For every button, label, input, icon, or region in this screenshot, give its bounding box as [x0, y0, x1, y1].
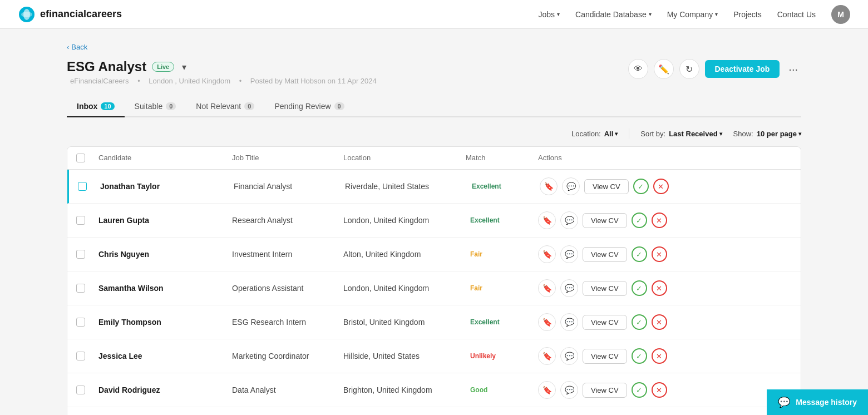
location-filter-select[interactable]: All ▾ — [604, 130, 618, 138]
reject-button[interactable]: ✕ — [652, 280, 667, 296]
message-icon-button[interactable]: 💬 — [560, 211, 578, 229]
sort-filter: Sort by: Last Received ▾ — [640, 130, 722, 138]
candidate-name[interactable]: Chris Nguyen — [98, 250, 232, 259]
view-cv-button[interactable]: View CV — [583, 315, 627, 330]
candidate-job-title: Investment Intern — [232, 250, 343, 259]
sort-filter-select[interactable]: Last Received ▾ — [669, 130, 722, 138]
candidate-actions: 🔖 💬 View CV ✓ ✕ — [538, 381, 792, 399]
bookmark-icon-button[interactable]: 🔖 — [540, 177, 558, 195]
reject-button[interactable]: ✕ — [652, 382, 667, 398]
brand-name: efinancialcareers — [40, 8, 122, 20]
reject-button[interactable]: ✕ — [652, 348, 667, 364]
nav-my-company[interactable]: My Company ▾ — [667, 10, 718, 19]
table-row: David Rodriguez Data Analyst Brighton, U… — [67, 373, 801, 407]
message-icon-button[interactable]: 💬 — [562, 177, 580, 195]
candidate-location: Alton, United Kingdom — [343, 250, 466, 259]
tab-suitable[interactable]: Suitable 0 — [125, 96, 186, 117]
table-row: Emily Thompson ESG Research Intern Brist… — [67, 305, 801, 339]
message-icon-button[interactable]: 💬 — [560, 313, 578, 331]
x-icon: ✕ — [656, 386, 662, 394]
bookmark-icon-button[interactable]: 🔖 — [538, 279, 556, 297]
reject-button[interactable]: ✕ — [652, 246, 667, 262]
approve-button[interactable]: ✓ — [632, 246, 647, 262]
row-4-checkbox[interactable] — [76, 318, 85, 327]
tab-inbox[interactable]: Inbox 10 — [67, 96, 125, 117]
candidate-name[interactable]: Jessica Lee — [98, 352, 232, 360]
bookmark-icon: 🔖 — [544, 182, 554, 191]
view-cv-button[interactable]: View CV — [583, 349, 627, 364]
candidate-location: London, United Kingdom — [343, 284, 466, 293]
candidate-job-title: Research Analyst — [232, 216, 343, 225]
tab-pending-review-badge: 0 — [334, 102, 344, 110]
brand-logo[interactable]: efinancialcareers — [18, 6, 122, 23]
match-badge: Fair — [466, 283, 487, 294]
row-6-checkbox[interactable] — [76, 386, 85, 394]
candidate-name[interactable]: Lauren Gupta — [98, 216, 232, 225]
view-cv-button[interactable]: View CV — [583, 213, 627, 228]
approve-button[interactable]: ✓ — [632, 382, 647, 398]
check-icon: ✓ — [636, 386, 642, 394]
message-icon-button[interactable]: 💬 — [560, 245, 578, 263]
view-cv-button[interactable]: View CV — [583, 383, 627, 398]
job-meta: eFinancialCareers • London , United King… — [67, 77, 380, 85]
reject-button[interactable]: ✕ — [652, 314, 667, 330]
row-3-checkbox[interactable] — [76, 284, 85, 293]
candidate-name[interactable]: Samantha Wilson — [98, 284, 232, 293]
candidate-actions: 🔖 💬 View CV ✓ ✕ — [538, 245, 792, 263]
approve-button[interactable]: ✓ — [633, 179, 649, 194]
candidate-name[interactable]: David Rodriguez — [98, 386, 232, 394]
candidate-job-title: ESG Research Intern — [232, 318, 343, 327]
edit-icon-button[interactable]: ✏️ — [654, 59, 674, 79]
bookmark-icon-button[interactable]: 🔖 — [538, 381, 556, 399]
nav-candidate-database[interactable]: Candidate Database ▾ — [575, 10, 652, 19]
bookmark-icon-button[interactable]: 🔖 — [538, 347, 556, 365]
approve-button[interactable]: ✓ — [632, 348, 647, 364]
row-1-checkbox[interactable] — [76, 216, 85, 225]
check-icon: ✓ — [636, 318, 642, 327]
candidate-name[interactable]: Jonathan Taylor — [100, 182, 234, 191]
nav-jobs[interactable]: Jobs ▾ — [538, 10, 560, 19]
bookmark-icon-button[interactable]: 🔖 — [538, 211, 556, 229]
job-title-dropdown-button[interactable]: ▾ — [180, 61, 189, 73]
candidate-job-title: Marketing Coordinator — [232, 352, 343, 360]
candidate-actions: 🔖 💬 View CV ✓ ✕ — [538, 347, 792, 365]
tab-not-relevant[interactable]: Not Relevant 0 — [186, 96, 264, 117]
approve-button[interactable]: ✓ — [632, 213, 647, 228]
deactivate-job-button[interactable]: Deactivate Job — [705, 60, 780, 78]
message-icon-button[interactable]: 💬 — [560, 279, 578, 297]
row-0-checkbox[interactable] — [78, 182, 87, 191]
view-icon-button[interactable]: 👁 — [628, 59, 648, 79]
show-filter-select[interactable]: 10 per page ▾ — [757, 130, 801, 138]
nav-projects[interactable]: Projects — [733, 10, 762, 19]
approve-button[interactable]: ✓ — [632, 280, 647, 296]
user-avatar[interactable]: M — [831, 5, 850, 24]
view-cv-button[interactable]: View CV — [584, 179, 629, 194]
refresh-icon-button[interactable]: ↻ — [679, 59, 699, 79]
approve-button[interactable]: ✓ — [632, 314, 647, 330]
nav-contact-us[interactable]: Contact Us — [777, 10, 816, 19]
check-icon: ✓ — [636, 352, 642, 360]
row-2-checkbox[interactable] — [76, 250, 85, 259]
job-source: eFinancialCareers — [70, 77, 129, 85]
reject-button[interactable]: ✕ — [653, 179, 669, 194]
candidate-job-title: Data Analyst — [232, 386, 343, 394]
row-5-checkbox[interactable] — [76, 352, 85, 360]
reject-button[interactable]: ✕ — [652, 213, 667, 228]
message-icon-button[interactable]: 💬 — [560, 381, 578, 399]
message-history-button[interactable]: 💬 Message history — [767, 389, 868, 415]
select-all-checkbox[interactable] — [76, 154, 85, 162]
message-icon-button[interactable]: 💬 — [560, 347, 578, 365]
check-icon: ✓ — [636, 284, 642, 293]
view-cv-button[interactable]: View CV — [583, 247, 627, 262]
job-title-row: ESG Analyst Live ▾ — [67, 59, 380, 75]
candidate-location: Bristol, United Kingdom — [343, 318, 466, 327]
tab-pending-review[interactable]: Pending Review 0 — [264, 96, 354, 117]
back-link[interactable]: ‹ Back — [67, 43, 87, 51]
more-options-button[interactable]: ··· — [785, 61, 801, 78]
chat-bubble-icon: 💬 — [778, 396, 790, 408]
message-history-label: Message history — [796, 398, 857, 407]
candidate-name[interactable]: Emily Thompson — [98, 318, 232, 327]
view-cv-button[interactable]: View CV — [583, 281, 627, 296]
bookmark-icon-button[interactable]: 🔖 — [538, 313, 556, 331]
bookmark-icon-button[interactable]: 🔖 — [538, 245, 556, 263]
